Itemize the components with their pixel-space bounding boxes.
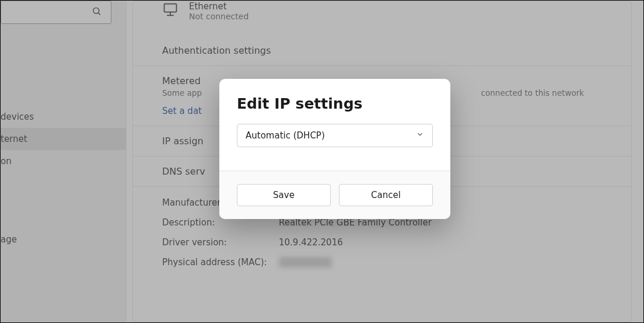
dropdown-value: Automatic (DHCP) — [246, 130, 325, 141]
dialog-title: Edit IP settings — [237, 95, 433, 112]
chevron-down-icon — [416, 130, 424, 141]
edit-ip-settings-dialog: Edit IP settings Automatic (DHCP) Save C… — [219, 79, 450, 219]
cancel-button[interactable]: Cancel — [339, 184, 433, 206]
save-button[interactable]: Save — [237, 184, 331, 206]
ip-settings-dropdown[interactable]: Automatic (DHCP) — [237, 124, 433, 147]
